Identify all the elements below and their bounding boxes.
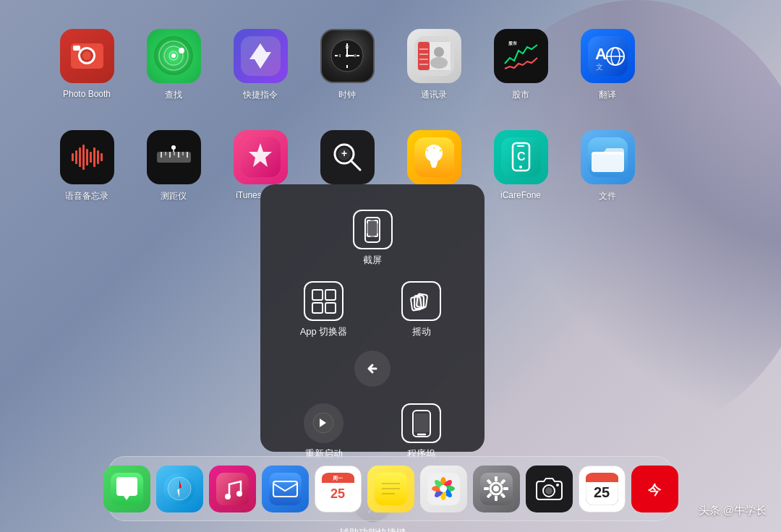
dock-notes[interactable] — [367, 466, 414, 512]
tips-icon — [407, 130, 461, 184]
svg-rect-146 — [495, 476, 498, 481]
svg-rect-36 — [501, 36, 541, 76]
stocks-label: 股市 — [512, 89, 529, 101]
svg-point-142 — [440, 485, 447, 492]
svg-rect-48 — [82, 145, 85, 170]
svg-text:25: 25 — [330, 486, 344, 501]
home-icon — [401, 403, 441, 443]
svg-text:今: 今 — [647, 483, 662, 497]
svg-text:股市: 股市 — [508, 40, 518, 46]
translate-label: 翻译 — [599, 89, 616, 101]
svg-rect-50 — [90, 152, 92, 163]
svg-text:文: 文 — [596, 63, 603, 71]
svg-point-156 — [545, 487, 552, 494]
back-icon — [354, 351, 390, 387]
svg-rect-46 — [75, 150, 77, 164]
dock-toutiao[interactable]: 今 — [631, 466, 678, 512]
photo-booth-label: Photo Booth — [63, 89, 111, 99]
app-shortcuts[interactable]: 快捷指令 — [217, 22, 304, 123]
measure-label: 测距仪 — [161, 190, 187, 202]
svg-rect-85 — [592, 152, 624, 172]
svg-point-81 — [519, 166, 522, 168]
contacts-label: 通讯录 — [421, 89, 447, 101]
app-switcher-item[interactable]: App 切换器 — [275, 270, 372, 349]
shake-item[interactable]: 摇动 — [372, 270, 470, 349]
app-contacts[interactable]: 通讯录 — [390, 22, 477, 123]
svg-point-63 — [171, 145, 176, 150]
popup-menu: 截屏 App 切换器 摇动 — [260, 184, 485, 452]
svg-point-121 — [236, 491, 242, 497]
svg-text:A: A — [595, 45, 607, 63]
svg-point-120 — [225, 494, 231, 499]
svg-text:周一: 周一 — [333, 476, 343, 481]
svg-point-72 — [425, 145, 443, 162]
svg-point-31 — [430, 57, 448, 69]
svg-rect-96 — [312, 290, 323, 300]
svg-rect-99 — [325, 303, 336, 313]
icarefone-icon: C — [494, 130, 548, 184]
find-icon — [147, 29, 201, 83]
svg-text:9: 9 — [338, 53, 341, 58]
dock-settings[interactable] — [473, 466, 520, 512]
app-voice-memos[interactable]: 语音备忘录 — [43, 123, 130, 224]
back-item[interactable] — [275, 349, 470, 392]
app-photo-booth[interactable]: Photo Booth — [43, 22, 130, 123]
icarefone-label: iCareFone — [500, 190, 541, 200]
itunes-icon — [234, 130, 288, 184]
app-switcher-label: App 切换器 — [300, 325, 348, 338]
restart-icon — [304, 403, 343, 443]
clock-icon: 12 3 9 — [320, 29, 375, 83]
find-label: 查找 — [165, 89, 182, 101]
dock-calendar[interactable]: 周一 25 — [315, 466, 362, 512]
svg-rect-73 — [430, 161, 438, 164]
contacts-icon — [407, 29, 461, 83]
svg-rect-87 — [367, 220, 377, 236]
app-clock[interactable]: 12 3 9 时钟 — [304, 22, 390, 123]
app-measure[interactable]: 测距仪 — [130, 123, 217, 224]
svg-rect-75 — [432, 166, 436, 168]
clock-label: 时钟 — [338, 89, 356, 101]
app-stocks[interactable]: 股市 股市 — [477, 22, 564, 123]
svg-point-30 — [434, 47, 444, 57]
svg-rect-28 — [418, 42, 430, 70]
dock-messages[interactable] — [103, 466, 150, 512]
shake-icon — [401, 281, 441, 321]
svg-text:25: 25 — [593, 484, 609, 500]
svg-rect-98 — [312, 303, 323, 313]
svg-rect-51 — [93, 147, 95, 167]
dock-music[interactable] — [209, 466, 256, 512]
svg-rect-160 — [586, 477, 618, 482]
screenshot-label: 截屏 — [363, 254, 382, 267]
dock-photos[interactable] — [420, 466, 467, 512]
svg-rect-52 — [97, 150, 99, 164]
svg-rect-53 — [101, 153, 103, 161]
svg-rect-119 — [216, 473, 249, 505]
svg-point-157 — [556, 484, 559, 486]
svg-text:+: + — [341, 147, 346, 159]
shake-label: 摇动 — [412, 325, 431, 338]
app-files[interactable]: 文件 — [564, 123, 651, 224]
app-icarefone[interactable]: C iCareFone — [477, 123, 564, 224]
screenshot-item[interactable]: 截屏 — [275, 199, 470, 270]
dock-date[interactable]: 25 — [579, 466, 626, 512]
watermark: 头条 @牛学长 — [699, 504, 767, 518]
screenshot-icon — [353, 210, 393, 249]
svg-point-10 — [179, 48, 184, 53]
files-icon — [581, 130, 635, 184]
svg-rect-152 — [484, 487, 489, 490]
app-translate[interactable]: A 文 翻译 — [564, 22, 651, 123]
dock-camera[interactable] — [526, 466, 573, 512]
svg-point-21 — [346, 54, 349, 57]
svg-rect-47 — [79, 147, 81, 167]
svg-point-3 — [82, 51, 91, 60]
magnifier-icon: + — [320, 130, 375, 184]
voice-memos-icon — [60, 130, 114, 184]
svg-rect-148 — [503, 487, 508, 490]
dock-mail[interactable] — [262, 466, 309, 512]
svg-rect-97 — [325, 290, 336, 300]
app-find[interactable]: 查找 — [130, 22, 217, 123]
dock-safari[interactable] — [156, 466, 203, 512]
svg-text:C: C — [517, 150, 526, 163]
translate-icon: A 文 — [581, 29, 635, 83]
svg-rect-150 — [495, 496, 498, 501]
